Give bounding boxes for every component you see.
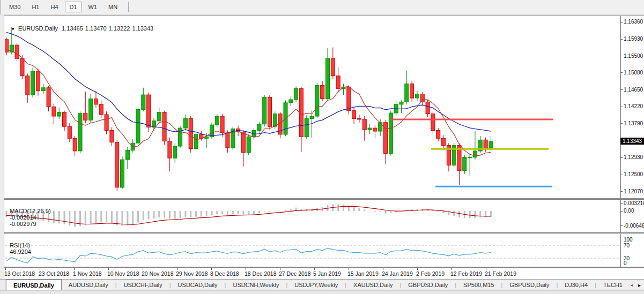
candles-layer	[5, 27, 493, 191]
tab-scroll-right-icon[interactable]: ▸	[638, 282, 641, 288]
candle	[315, 83, 319, 118]
macd-bar	[453, 211, 455, 216]
price-axis-label: 1.15930	[624, 36, 644, 42]
chart-dropdown-icon[interactable]: ▼	[11, 27, 15, 32]
tab-xauusd-daily[interactable]: XAUUSD,Daily	[346, 280, 399, 290]
macd-bar	[238, 211, 239, 214]
candle-body	[336, 76, 340, 89]
candle-body	[352, 111, 356, 119]
candle-body	[442, 138, 446, 145]
candle	[241, 131, 245, 167]
candle-body	[321, 85, 324, 99]
date-axis-tick	[486, 268, 486, 270]
symbol-header: ▼EURUSD,Daily 1.134651.134701.132221.133…	[8, 19, 156, 32]
candle	[94, 91, 98, 108]
tab-gbpusd-daily[interactable]: GBPUSD,Daily	[401, 280, 455, 290]
main-price-pane[interactable]	[5, 16, 620, 198]
macd-bar	[116, 211, 118, 225]
date-axis-label: 29 Nov 2018	[176, 270, 208, 277]
macd-bar	[353, 207, 355, 212]
timeframe-button-mn[interactable]: MN	[103, 2, 122, 12]
macd-axis-tick	[620, 211, 623, 212]
macd-bar	[479, 211, 481, 217]
candle-body	[215, 116, 219, 125]
macd-bar	[490, 211, 492, 217]
tab-usdchf-daily[interactable]: USDCHF,Daily	[117, 280, 169, 290]
timeframe-button-h4[interactable]: H4	[46, 2, 63, 12]
price-axis-tick	[620, 191, 623, 192]
date-axis-label: 18 Dec 2018	[245, 270, 277, 277]
candle-body	[489, 141, 493, 148]
candle-body	[273, 114, 277, 127]
timeframe-button-d1[interactable]: D1	[65, 2, 82, 12]
macd-bar	[216, 211, 218, 214]
rsi-value: 46.9204	[10, 248, 31, 255]
date-axis-tick	[417, 268, 418, 270]
macd-axis-label: 0.00	[624, 208, 644, 214]
macd-pane[interactable]	[5, 200, 620, 232]
macd-bar	[143, 211, 144, 220]
candle	[431, 111, 435, 134]
macd-bar	[438, 211, 439, 212]
tab-gbpusd-daily[interactable]: GBPUSD,Daily	[502, 280, 556, 290]
date-axis-tick	[143, 268, 143, 270]
price-axis-label: 1.12500	[624, 171, 644, 177]
candle	[26, 73, 29, 103]
tab-dj30-h4[interactable]: DJ30,H4	[558, 280, 595, 290]
macd-bar	[64, 211, 65, 224]
macd-bar	[242, 211, 244, 215]
tabs-holder: EURUSD,DailyAUDUSD,Daily|USDCHF,Daily|US…	[6, 280, 630, 290]
rsi-pane[interactable]	[5, 234, 620, 266]
date-axis-label: 20 Nov 2018	[142, 270, 174, 277]
candle	[231, 126, 235, 150]
price-axis-tick	[620, 107, 623, 107]
tab-usdcad-daily[interactable]: USDCAD,Daily	[171, 280, 225, 290]
toolbar-separator	[128, 2, 129, 12]
macd-bar	[274, 210, 276, 211]
candle-body	[89, 99, 93, 120]
tab-tech1[interactable]: TECH1	[596, 280, 630, 290]
macd-value-main: -0.002014	[10, 214, 36, 221]
candle	[78, 111, 82, 153]
macd-bar	[211, 211, 213, 215]
candle	[368, 124, 372, 134]
candle	[468, 154, 472, 176]
tab-usdcnh-weekly[interactable]: USDCNH,Weekly	[226, 280, 286, 290]
macd-bar	[201, 211, 202, 216]
timeframe-button-h1[interactable]: H1	[27, 2, 44, 12]
macd-bar	[69, 211, 70, 225]
macd-bar	[285, 210, 286, 211]
candle	[15, 43, 19, 62]
candle	[347, 85, 351, 115]
candle-body	[226, 133, 230, 148]
tab-eurusd-daily[interactable]: EURUSD,Daily	[6, 280, 62, 290]
date-axis-tick	[74, 268, 75, 270]
candle	[105, 111, 108, 134]
timeframe-button-m30[interactable]: M30	[4, 2, 25, 12]
tab-sp500-m15[interactable]: SP500,M15	[456, 280, 501, 290]
candle	[210, 123, 214, 139]
date-axis-label: 12 Feb 2019	[450, 270, 482, 277]
timeframe-button-w1[interactable]: W1	[84, 2, 102, 12]
macd-bar	[132, 211, 134, 225]
tab-usdjpy-weekly[interactable]: USDJPY,Weekly	[287, 280, 345, 290]
candle-body	[168, 141, 172, 159]
candle-body	[241, 132, 245, 153]
candle-body	[305, 118, 308, 137]
tab-scroll-left-icon[interactable]: ◂	[631, 283, 633, 288]
candle	[373, 125, 377, 138]
candle-body	[426, 102, 430, 114]
date-axis-tick	[108, 268, 109, 270]
candle	[142, 88, 145, 111]
macd-bar	[100, 211, 102, 222]
candle-body	[136, 109, 140, 143]
macd-bar	[106, 211, 107, 222]
tab-audusd-daily[interactable]: AUDUSD,Daily	[62, 280, 115, 290]
macd-bar	[164, 211, 165, 217]
candle	[420, 92, 424, 105]
macd-bar	[122, 211, 123, 226]
macd-bar	[264, 211, 265, 212]
candle-body	[94, 99, 98, 104]
date-axis-label: 2 Feb 2019	[416, 270, 445, 277]
macd-bar	[475, 211, 476, 218]
